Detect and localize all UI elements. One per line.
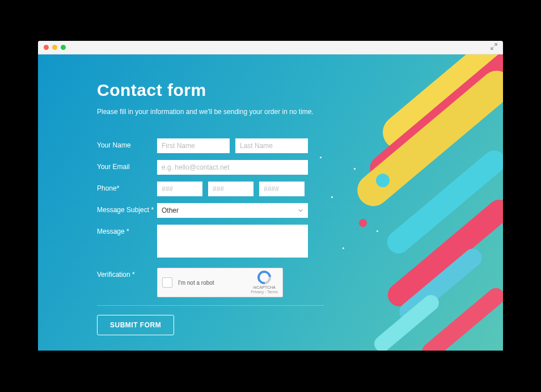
message-label: Message * xyxy=(97,225,157,235)
email-label: Your Email xyxy=(97,160,157,171)
page-content: Contact form Please fill in your informa… xyxy=(38,54,503,351)
recaptcha-logo-icon xyxy=(257,271,271,284)
recaptcha-checkbox[interactable] xyxy=(162,277,172,288)
browser-window: Contact form Please fill in your informa… xyxy=(38,41,503,351)
window-titlebar xyxy=(38,41,503,54)
phone-prefix-input[interactable] xyxy=(208,182,253,196)
zoom-window-button[interactable] xyxy=(61,45,66,50)
recaptcha-text: I'm not a robot xyxy=(178,280,214,286)
email-input[interactable] xyxy=(157,160,308,175)
minimize-window-button[interactable] xyxy=(52,45,57,50)
subject-selected-value: Other xyxy=(162,206,179,214)
page-title: Contact form xyxy=(97,81,356,100)
name-label: Your Name xyxy=(97,138,157,149)
phone-area-input[interactable] xyxy=(157,182,202,196)
contact-form: Your Name Your Email Phone* xyxy=(97,138,356,335)
traffic-lights xyxy=(44,45,66,50)
phone-line-input[interactable] xyxy=(259,182,305,196)
form-divider xyxy=(97,305,324,306)
first-name-input[interactable] xyxy=(157,138,230,153)
chevron-down-icon xyxy=(298,208,303,213)
page-subtitle: Please fill in your information and we'l… xyxy=(97,108,356,116)
subject-select[interactable]: Other xyxy=(157,203,308,218)
last-name-input[interactable] xyxy=(235,138,308,153)
phone-label: Phone* xyxy=(97,182,157,192)
expand-icon[interactable] xyxy=(491,43,497,52)
verification-label: Verification * xyxy=(97,268,157,279)
subject-label: Message Subject * xyxy=(97,203,157,214)
recaptcha-brand: reCAPTCHA xyxy=(251,285,278,290)
submit-button[interactable]: SUBMIT FORM xyxy=(97,315,174,335)
recaptcha-widget[interactable]: I'm not a robot reCAPTCHA Privacy · Term… xyxy=(157,268,283,297)
message-textarea[interactable] xyxy=(157,225,308,258)
recaptcha-links[interactable]: Privacy · Terms xyxy=(251,290,278,294)
close-window-button[interactable] xyxy=(44,45,49,50)
